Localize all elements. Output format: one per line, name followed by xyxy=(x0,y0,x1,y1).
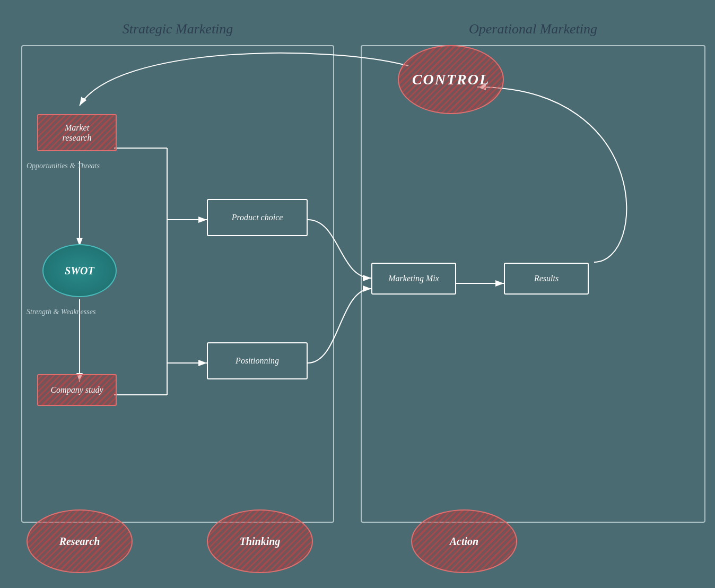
market-research-node: Marketresearch xyxy=(37,114,117,151)
opp-threats-annotation: Opportunities & Threats xyxy=(27,162,100,170)
swot-node: SWOT xyxy=(42,244,117,297)
swot-label: SWOT xyxy=(65,264,94,277)
market-research-label: Marketresearch xyxy=(63,123,92,143)
product-choice-label: Product choice xyxy=(232,212,283,222)
marketing-mix-node: Marketing Mix xyxy=(371,263,456,295)
operational-title: Operational Marketing xyxy=(361,21,705,37)
action-node: Action xyxy=(411,509,517,573)
marketing-mix-label: Marketing Mix xyxy=(388,273,439,283)
company-study-node: Company study xyxy=(37,374,117,406)
research-label: Research xyxy=(59,535,100,548)
strength-weak-annotation: Strength & Weaknesses xyxy=(27,308,95,316)
action-label: Action xyxy=(450,535,478,548)
diagram-container: Strategic Marketing Operational Marketin… xyxy=(11,11,704,577)
positionning-node: Positionning xyxy=(207,342,308,379)
thinking-node: Thinking xyxy=(207,509,313,573)
strategic-title: Strategic Marketing xyxy=(21,21,334,37)
control-label: CONTROL xyxy=(412,71,490,89)
research-node: Research xyxy=(27,509,133,573)
company-study-label: Company study xyxy=(50,385,103,395)
control-node: CONTROL xyxy=(398,45,504,114)
results-node: Results xyxy=(504,263,589,295)
thinking-label: Thinking xyxy=(240,535,281,548)
results-label: Results xyxy=(534,273,559,283)
product-choice-node: Product choice xyxy=(207,199,308,236)
positionning-label: Positionning xyxy=(236,356,279,366)
